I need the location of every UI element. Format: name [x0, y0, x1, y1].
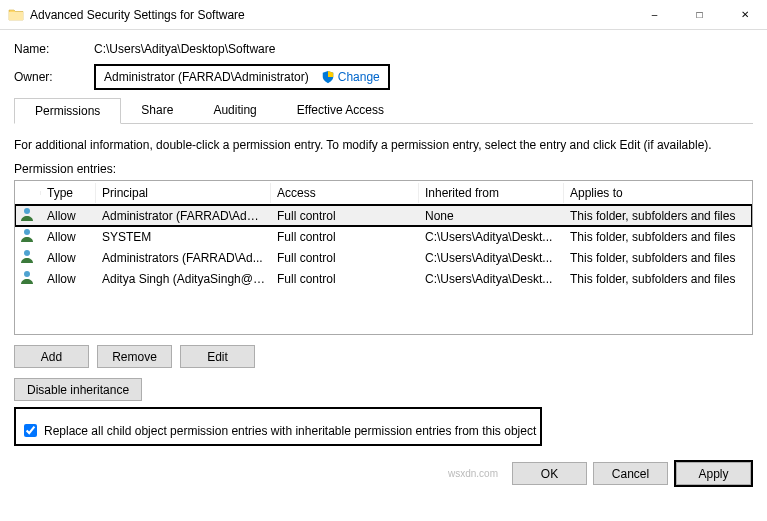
cell-principal: Administrator (FARRAD\Admi...	[96, 206, 271, 226]
cell-type: Allow	[41, 248, 96, 268]
cell-access: Full control	[271, 248, 419, 268]
uac-shield-icon	[321, 70, 335, 84]
cell-inherited: C:\Users\Aditya\Deskt...	[419, 227, 564, 247]
svg-point-0	[24, 208, 30, 214]
watermark: wsxdn.com	[448, 468, 498, 479]
disable-inheritance-button[interactable]: Disable inheritance	[14, 378, 142, 401]
replace-child-checkbox[interactable]	[24, 424, 37, 437]
col-applies[interactable]: Applies to	[564, 183, 752, 203]
tab-effective-access[interactable]: Effective Access	[277, 98, 404, 123]
titlebar: Advanced Security Settings for Software …	[0, 0, 767, 30]
cell-inherited: C:\Users\Aditya\Deskt...	[419, 269, 564, 289]
edit-button[interactable]: Edit	[180, 345, 255, 368]
cancel-button[interactable]: Cancel	[593, 462, 668, 485]
user-icon	[15, 204, 41, 227]
tab-auditing[interactable]: Auditing	[193, 98, 276, 123]
table-row[interactable]: AllowAditya Singh (AdityaSingh@o...Full …	[15, 268, 752, 289]
dialog-body: Name: C:\Users\Aditya\Desktop\Software O…	[0, 30, 767, 454]
tab-permissions[interactable]: Permissions	[14, 98, 121, 124]
name-value: C:\Users\Aditya\Desktop\Software	[94, 42, 275, 56]
permissions-grid[interactable]: Type Principal Access Inherited from App…	[14, 180, 753, 335]
remove-button[interactable]: Remove	[97, 345, 172, 368]
col-inherited[interactable]: Inherited from	[419, 183, 564, 203]
cell-applies: This folder, subfolders and files	[564, 227, 752, 247]
cell-applies: This folder, subfolders and files	[564, 269, 752, 289]
table-row[interactable]: AllowAdministrator (FARRAD\Admi...Full c…	[15, 205, 752, 226]
tabstrip: Permissions Share Auditing Effective Acc…	[14, 98, 753, 124]
user-icon	[15, 225, 41, 248]
svg-point-3	[24, 271, 30, 277]
ok-button[interactable]: OK	[512, 462, 587, 485]
user-icon	[15, 267, 41, 290]
minimize-button[interactable]: –	[632, 0, 677, 29]
cell-principal: Administrators (FARRAD\Ad...	[96, 248, 271, 268]
apply-button[interactable]: Apply	[676, 462, 751, 485]
add-button[interactable]: Add	[14, 345, 89, 368]
col-access[interactable]: Access	[271, 183, 419, 203]
cell-applies: This folder, subfolders and files	[564, 206, 752, 226]
col-type[interactable]: Type	[41, 183, 96, 203]
owner-value: Administrator (FARRAD\Administrator)	[104, 70, 309, 84]
entries-label: Permission entries:	[14, 162, 753, 176]
cell-applies: This folder, subfolders and files	[564, 248, 752, 268]
table-row[interactable]: AllowAdministrators (FARRAD\Ad...Full co…	[15, 247, 752, 268]
maximize-button[interactable]: □	[677, 0, 722, 29]
replace-child-checkbox-row[interactable]: Replace all child object permission entr…	[16, 417, 540, 444]
user-icon	[15, 246, 41, 269]
cell-access: Full control	[271, 206, 419, 226]
cell-type: Allow	[41, 206, 96, 226]
name-label: Name:	[14, 42, 94, 56]
cell-access: Full control	[271, 227, 419, 247]
window-title: Advanced Security Settings for Software	[30, 8, 632, 22]
svg-point-2	[24, 250, 30, 256]
change-owner-link[interactable]: Change	[321, 70, 380, 84]
close-button[interactable]: ✕	[722, 0, 767, 29]
cell-principal: Aditya Singh (AdityaSingh@o...	[96, 269, 271, 289]
table-row[interactable]: AllowSYSTEMFull controlC:\Users\Aditya\D…	[15, 226, 752, 247]
replace-child-label: Replace all child object permission entr…	[44, 424, 536, 438]
cell-inherited: C:\Users\Aditya\Deskt...	[419, 248, 564, 268]
cell-inherited: None	[419, 206, 564, 226]
cell-type: Allow	[41, 227, 96, 247]
cell-principal: SYSTEM	[96, 227, 271, 247]
owner-box: Administrator (FARRAD\Administrator) Cha…	[94, 64, 390, 90]
tab-share[interactable]: Share	[121, 98, 193, 123]
svg-point-1	[24, 229, 30, 235]
info-text: For additional information, double-click…	[14, 138, 753, 152]
owner-label: Owner:	[14, 70, 94, 84]
col-principal[interactable]: Principal	[96, 183, 271, 203]
cell-type: Allow	[41, 269, 96, 289]
change-link-text: Change	[338, 70, 380, 84]
folder-icon	[0, 7, 30, 23]
grid-header: Type Principal Access Inherited from App…	[15, 181, 752, 205]
cell-access: Full control	[271, 269, 419, 289]
dialog-footer: wsxdn.com OK Cancel Apply	[0, 454, 767, 491]
